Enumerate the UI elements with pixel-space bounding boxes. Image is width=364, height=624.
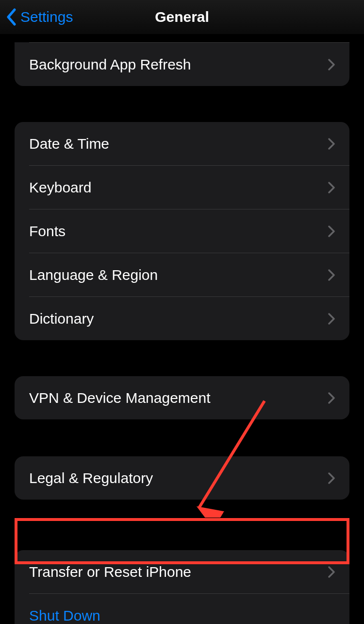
row-language-region[interactable]: Language & Region <box>15 253 349 296</box>
row-keyboard[interactable]: Keyboard <box>15 166 349 209</box>
row-shut-down[interactable]: Shut Down <box>15 594 349 624</box>
chevron-right-icon <box>328 138 335 150</box>
row-label: Date & Time <box>29 136 109 152</box>
row-label: Shut Down <box>29 607 100 624</box>
chevron-right-icon <box>328 313 335 325</box>
settings-group: Background App Refresh <box>15 42 349 86</box>
chevron-left-icon <box>6 8 17 26</box>
chevron-right-icon <box>328 566 335 578</box>
row-label: VPN & Device Management <box>29 390 211 406</box>
row-label: Transfer or Reset iPhone <box>29 564 191 580</box>
row-legal-regulatory[interactable]: Legal & Regulatory <box>15 456 349 500</box>
chevron-right-icon <box>328 472 335 484</box>
back-button[interactable]: Settings <box>6 8 73 26</box>
settings-group: VPN & Device Management <box>15 376 349 419</box>
row-label: Language & Region <box>29 267 158 283</box>
navigation-bar: Settings General <box>0 0 364 34</box>
chevron-right-icon <box>328 225 335 237</box>
row-label: Dictionary <box>29 311 94 327</box>
row-transfer-reset-iphone[interactable]: Transfer or Reset iPhone <box>15 550 349 593</box>
back-label: Settings <box>20 9 73 25</box>
row-label: Fonts <box>29 223 66 240</box>
row-label: Keyboard <box>29 179 91 196</box>
row-label: Background App Refresh <box>29 56 191 73</box>
settings-group: Date & Time Keyboard Fonts Language & Re… <box>15 122 349 340</box>
row-label: Legal & Regulatory <box>29 470 153 486</box>
settings-group: Transfer or Reset iPhone Shut Down <box>15 550 349 624</box>
settings-group: Legal & Regulatory <box>15 456 349 500</box>
page-title: General <box>155 9 209 25</box>
content: Background App Refresh Date & Time Keybo… <box>0 34 364 624</box>
chevron-right-icon <box>328 269 335 281</box>
row-vpn-device-management[interactable]: VPN & Device Management <box>15 376 349 419</box>
row-fonts[interactable]: Fonts <box>15 209 349 253</box>
chevron-right-icon <box>328 59 335 70</box>
row-date-time[interactable]: Date & Time <box>15 122 349 165</box>
row-dictionary[interactable]: Dictionary <box>15 297 349 340</box>
chevron-right-icon <box>328 182 335 193</box>
chevron-right-icon <box>328 392 335 404</box>
row-background-app-refresh[interactable]: Background App Refresh <box>15 43 349 86</box>
